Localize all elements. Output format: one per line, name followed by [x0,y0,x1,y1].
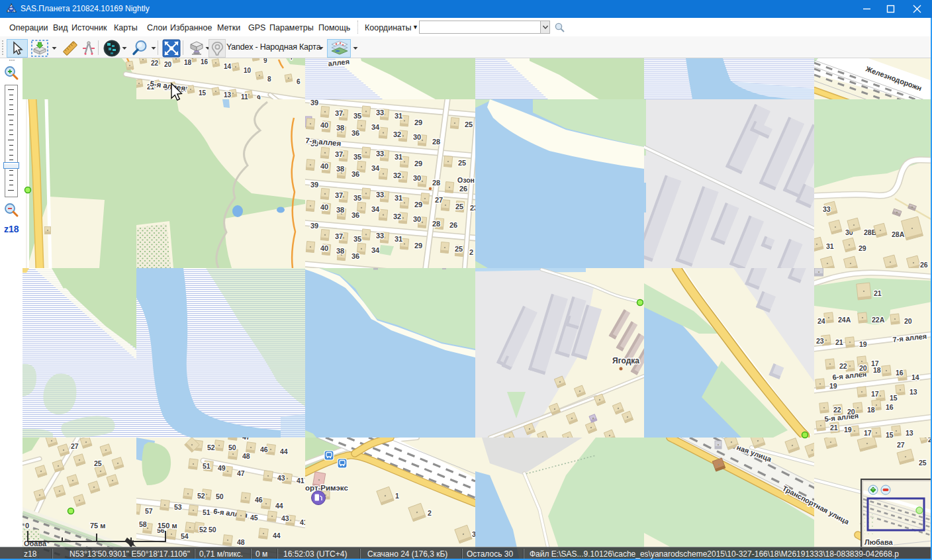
svg-text:57: 57 [145,507,153,515]
svg-text:54: 54 [181,532,189,540]
svg-text:53: 53 [174,503,182,511]
svg-text:9: 9 [263,58,267,64]
svg-text:32: 32 [393,130,401,138]
svg-text:7: 7 [290,58,294,61]
svg-text:21: 21 [874,289,882,297]
svg-text:14: 14 [224,63,232,70]
svg-text:23: 23 [816,337,824,345]
svg-text:22: 22 [151,60,159,67]
svg-text:30: 30 [413,215,421,223]
svg-text:29: 29 [414,201,422,209]
svg-text:33: 33 [376,150,384,158]
svg-text:40: 40 [320,203,328,211]
svg-text:25: 25 [465,120,473,128]
svg-text:40: 40 [320,121,328,129]
svg-text:50: 50 [209,526,216,534]
svg-text:13: 13 [906,429,913,437]
svg-text:31: 31 [395,153,402,161]
svg-text:25: 25 [94,459,102,467]
svg-text:38: 38 [336,124,344,132]
svg-text:28: 28 [432,138,440,146]
svg-text:18: 18 [184,59,192,66]
svg-text:24А: 24А [838,316,851,324]
svg-text:46: 46 [260,445,268,453]
svg-text:орт-Римэкс: орт-Римэкс [305,484,348,492]
svg-text:16: 16 [886,403,894,411]
svg-text:21: 21 [835,338,843,346]
svg-text:13: 13 [224,91,232,99]
svg-text:34: 34 [371,164,380,172]
svg-text:35: 35 [353,112,361,120]
svg-text:75 м: 75 м [90,522,105,530]
svg-text:36: 36 [351,211,359,219]
svg-text:17: 17 [864,429,872,437]
svg-text:45: 45 [250,514,258,522]
svg-text:21: 21 [830,424,838,432]
svg-text:19: 19 [844,426,852,434]
svg-text:19: 19 [829,382,837,390]
svg-text:51: 51 [203,462,210,470]
svg-text:58: 58 [139,520,147,528]
svg-text:20: 20 [859,364,867,372]
svg-text:31: 31 [395,235,402,243]
svg-text:40: 40 [320,244,328,252]
svg-text:50: 50 [228,443,236,451]
svg-text:29: 29 [414,242,422,250]
svg-text:33: 33 [376,232,384,240]
svg-text:35: 35 [353,153,361,161]
svg-text:49: 49 [218,464,226,472]
svg-text:10: 10 [244,67,252,74]
svg-text:0: 0 [25,522,29,530]
svg-text:27: 27 [435,196,443,204]
svg-text:150 м: 150 м [158,522,177,530]
svg-text:52: 52 [199,526,207,534]
svg-text:33: 33 [376,191,384,199]
svg-text:36: 36 [351,170,359,178]
svg-text:43: 43 [277,474,285,482]
svg-text:34: 34 [371,246,380,254]
svg-text:14: 14 [911,373,919,381]
svg-text:43: 43 [281,514,289,522]
svg-text:25: 25 [919,459,927,467]
svg-text:16: 16 [896,369,904,377]
svg-text:41: 41 [297,477,304,485]
svg-text:32: 32 [393,171,401,179]
svg-text:29: 29 [414,118,422,126]
svg-text:52: 52 [207,443,215,451]
svg-text:22А: 22А [872,316,885,324]
svg-text:25: 25 [455,203,463,210]
svg-text:31: 31 [395,194,402,202]
svg-text:38: 38 [336,247,344,255]
svg-text:26: 26 [459,185,467,193]
svg-text:38: 38 [336,165,344,173]
svg-text:31: 31 [395,112,402,120]
svg-text:28: 28 [432,179,440,187]
svg-text:48: 48 [237,538,245,546]
svg-text:37: 37 [335,232,343,240]
svg-text:50: 50 [216,492,224,500]
svg-text:24: 24 [817,317,825,325]
svg-text:15: 15 [890,394,898,402]
svg-text:Любава: Любава [864,538,893,546]
svg-text:Ягодка: Ягодка [612,356,639,365]
svg-text:46: 46 [255,496,263,504]
svg-text:16: 16 [201,58,209,66]
svg-text:44: 44 [275,502,283,510]
svg-text:29: 29 [859,244,866,252]
svg-text:22: 22 [833,406,841,414]
svg-text:26: 26 [920,261,928,269]
svg-text:32: 32 [393,212,401,220]
svg-text:20: 20 [847,408,855,416]
svg-text:29: 29 [414,160,422,167]
svg-text:48: 48 [242,452,250,460]
svg-text:6: 6 [297,78,301,85]
svg-text:20: 20 [164,61,172,68]
svg-text:52: 52 [197,492,205,500]
svg-text:36: 36 [351,129,359,137]
svg-text:27: 27 [897,441,905,449]
svg-text:37: 37 [335,109,343,117]
svg-text:15: 15 [199,89,207,97]
svg-text:35: 35 [353,194,361,202]
svg-text:30: 30 [413,174,421,182]
svg-text:37: 37 [335,150,343,158]
